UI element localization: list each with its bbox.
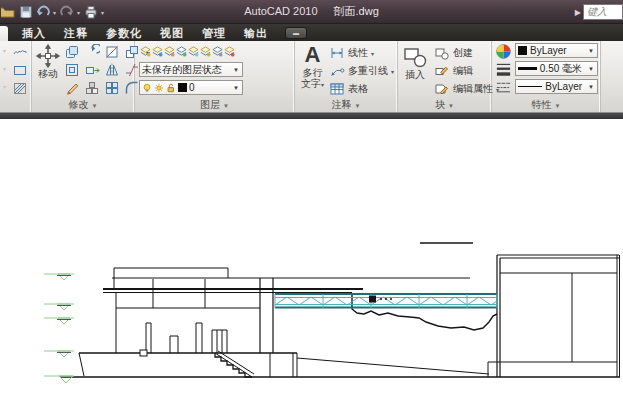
lineweight-dropdown[interactable]: 0.50 毫米 ▼: [515, 61, 598, 76]
multileader-icon: [329, 63, 345, 79]
array-rect-button[interactable]: [104, 80, 120, 96]
linetype-icon: [495, 79, 512, 96]
mtext-button[interactable]: A 多行 文字▾: [299, 43, 326, 91]
minimize-ribbon-button[interactable]: ▬: [285, 27, 307, 39]
panel-expand-icon: ▼: [92, 103, 98, 109]
layer-row: 0 ▼: [139, 80, 243, 95]
layer-match-button[interactable]: [152, 44, 163, 58]
layer-isolate-button[interactable]: [176, 44, 187, 58]
table-button[interactable]: 表格: [329, 81, 368, 97]
linetype-icon-button[interactable]: [495, 79, 512, 96]
layer-lock-button[interactable]: [200, 44, 211, 58]
revcloud-button[interactable]: [12, 44, 28, 60]
create-block-button[interactable]: 创建: [434, 45, 473, 61]
building-linework: [60, 243, 620, 377]
infocenter-expand-icon[interactable]: ▶: [575, 8, 581, 17]
layer-color-swatch: [178, 83, 187, 92]
tab-annotate[interactable]: 注释: [55, 25, 97, 41]
trim-button[interactable]: [104, 44, 120, 60]
panel-label-modify[interactable]: 修改▼: [32, 99, 134, 111]
linetype-dropdown[interactable]: ByLayer ▼: [515, 79, 598, 94]
rectangle-button[interactable]: [12, 62, 28, 78]
panel-expand-icon: ▼: [355, 103, 361, 109]
layer-tools-row: [140, 44, 235, 58]
color-wheel-icon: [495, 43, 512, 60]
tab-manage[interactable]: 管理: [193, 25, 235, 41]
infocenter-search-input[interactable]: 键入: [583, 4, 623, 20]
linear-dimension-icon: [329, 45, 345, 61]
edit-attributes-label: 编辑属性: [453, 82, 493, 96]
linear-dim-button[interactable]: 线性 ▾: [329, 45, 374, 61]
panel-expand-icon: ▼: [448, 103, 454, 109]
app-title: AutoCAD 2010: [244, 5, 317, 17]
chevron-down-icon: ▼: [585, 48, 595, 54]
mtext-icon: A: [305, 43, 321, 67]
tab-output[interactable]: 输出: [235, 25, 277, 41]
insert-block-button[interactable]: 插入: [401, 45, 429, 80]
panel-label-annotate[interactable]: 注释▼: [295, 99, 397, 111]
mirror-button[interactable]: [104, 62, 120, 78]
chevron-down-icon: ▼: [585, 84, 595, 90]
mleader-label: 多重引线: [348, 64, 388, 78]
stretch-button[interactable]: [84, 62, 100, 78]
layer-freeze-button[interactable]: [188, 44, 199, 58]
erase-button[interactable]: [64, 80, 80, 96]
panel-label-text: 特性: [532, 99, 552, 110]
tab-view[interactable]: 视图: [151, 25, 193, 41]
roof-truss: [275, 294, 497, 308]
chevron-down-icon: ▼: [230, 85, 240, 91]
copy-button[interactable]: [64, 44, 80, 60]
tab-parametric[interactable]: 参数化: [97, 25, 151, 41]
unlock-icon: [166, 82, 176, 94]
title-bar: ▾ ▾ ▾ AutoCAD 2010剖面.dwg ▶ 键入: [0, 0, 623, 24]
table-label: 表格: [348, 82, 368, 96]
layer-restore-button[interactable]: [224, 44, 235, 58]
object-color-row: ByLayer ▼: [515, 43, 598, 58]
revcloud-icon: [12, 44, 28, 60]
offset-button[interactable]: [64, 62, 80, 78]
object-color-dropdown[interactable]: ByLayer ▼: [515, 43, 598, 58]
object-color-icon-button[interactable]: [495, 43, 512, 60]
lineweight-icon-button[interactable]: [495, 61, 512, 78]
panel-expand-icon: ▼: [223, 103, 229, 109]
hatch-button[interactable]: [12, 80, 28, 96]
tab-home-partial[interactable]: [0, 26, 8, 41]
linetype-value: ByLayer: [545, 81, 582, 92]
edit-attributes-button[interactable]: 编辑属性 ▾: [434, 81, 499, 97]
mtext-label-line2: 文字▾: [301, 78, 324, 91]
panel-properties: ByLayer ▼ 0.50 毫米 ▼ ByLayer: [492, 41, 601, 112]
tab-insert[interactable]: 插入: [13, 25, 55, 41]
layer-properties-button[interactable]: [140, 44, 151, 58]
draw-dropdown-icon-2[interactable]: ▾: [1, 65, 8, 72]
rotate-button[interactable]: [84, 44, 100, 60]
insert-label: 插入: [405, 69, 425, 80]
layer-current-button[interactable]: [212, 44, 223, 58]
panel-label-text: 图层: [200, 99, 220, 110]
layer-state-value: 未保存的图层状态: [142, 63, 222, 77]
panel-draw-partial: ▾ ▾ ▾: [0, 41, 32, 112]
panel-layers: 未保存的图层状态 ▼ 0 ▼ 图层▼: [135, 41, 295, 112]
move-label: 移动: [38, 68, 58, 79]
drawing-canvas[interactable]: [0, 119, 623, 416]
panel-label-text: 注释: [332, 99, 352, 110]
move-icon: [36, 44, 60, 68]
draw-dropdown-icon-3[interactable]: ▾: [1, 83, 8, 90]
color-swatch: [518, 46, 527, 55]
panel-expand-icon: ▼: [555, 103, 561, 109]
lineweight-value: 0.50 毫米: [540, 62, 582, 76]
explode-button[interactable]: [84, 80, 100, 96]
draw-dropdown-icon[interactable]: ▾: [1, 47, 8, 54]
layer-state-dropdown[interactable]: 未保存的图层状态 ▼: [139, 62, 243, 77]
panel-label-block[interactable]: 块▼: [398, 99, 491, 111]
window-title: AutoCAD 2010剖面.dwg: [0, 0, 623, 24]
edit-attributes-icon: [434, 81, 450, 97]
mleader-button[interactable]: 多重引线 ▾: [329, 63, 394, 79]
autocad-window: ▾ ▾ ▾ AutoCAD 2010剖面.dwg ▶ 键入 插入 注释 参数化 …: [0, 0, 623, 416]
layer-off-button[interactable]: [164, 44, 175, 58]
panel-label-properties[interactable]: 特性▼: [492, 99, 600, 111]
edit-block-button[interactable]: 编辑: [434, 63, 473, 79]
panel-label-layers[interactable]: 图层▼: [135, 99, 294, 111]
move-button[interactable]: 移动: [34, 44, 62, 79]
lineweight-sample: [518, 67, 537, 70]
layer-dropdown[interactable]: 0 ▼: [139, 80, 243, 95]
